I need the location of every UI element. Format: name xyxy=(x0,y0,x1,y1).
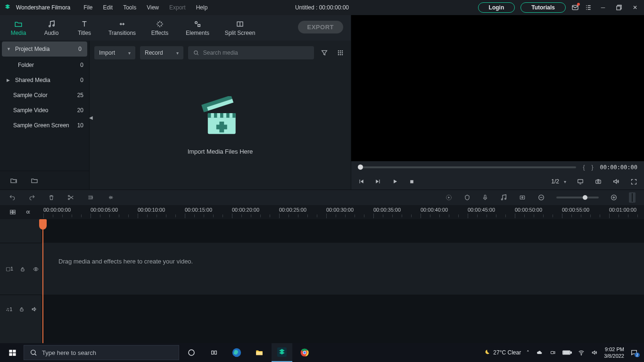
render-preview-icon[interactable] xyxy=(445,194,453,201)
tray-clock[interactable]: 9:02 PM 3/8/2022 xyxy=(604,346,624,359)
step-back-icon[interactable] xyxy=(358,178,364,185)
taskbar-app-edge[interactable] xyxy=(226,343,247,362)
mark-out-icon[interactable]: } xyxy=(592,164,594,171)
window-minimize[interactable]: ─ xyxy=(598,2,608,13)
cortana-icon[interactable] xyxy=(181,343,202,362)
menu-help[interactable]: Help xyxy=(192,2,212,13)
taskbar-app-file-explorer[interactable] xyxy=(249,343,270,362)
playhead-grip[interactable] xyxy=(39,219,47,230)
tutorials-button[interactable]: Tutorials xyxy=(520,2,566,13)
ruler-label: 00:01:00:00 xyxy=(609,207,636,213)
sidebar-item-folder[interactable]: Folder 0 xyxy=(0,58,89,73)
new-folder-icon[interactable] xyxy=(9,177,18,184)
time-ruler[interactable]: 00:00:00:0000:00:05:0000:00:10:0000:00:1… xyxy=(41,205,644,219)
login-button[interactable]: Login xyxy=(478,2,515,13)
playhead[interactable] xyxy=(42,219,43,343)
zoom-out-icon[interactable] xyxy=(537,194,545,201)
tray-chevron-up-icon[interactable]: ˄ xyxy=(527,350,529,356)
fullscreen-icon[interactable] xyxy=(630,178,637,185)
media-dropzone[interactable]: Import Media Files Here xyxy=(90,61,351,189)
ruler-label: 00:00:10:00 xyxy=(138,207,165,213)
preview-panel: { } 00:00:00:00 1/2 ▾ xyxy=(351,15,644,189)
sidebar-item-sample-green-screen[interactable]: Sample Green Screen 10 xyxy=(0,118,89,133)
seek-slider[interactable] xyxy=(358,166,576,168)
record-dropdown[interactable]: Record ▾ xyxy=(140,46,183,59)
audio-waveform-icon[interactable] xyxy=(107,194,115,201)
redo-icon[interactable] xyxy=(28,194,36,201)
track-body[interactable]: Drag media and effects here to create yo… xyxy=(41,219,644,343)
snapshot-icon[interactable] xyxy=(594,178,602,185)
undo-icon[interactable] xyxy=(8,194,16,201)
sidebar-item-project-media[interactable]: ▼ Project Media 0 xyxy=(2,41,87,57)
preview-quality-dropdown[interactable]: 1/2 ▾ xyxy=(551,178,566,185)
tab-split-screen[interactable]: Split Screen xyxy=(219,15,261,41)
menu-tools[interactable]: Tools xyxy=(119,2,140,13)
sidebar-item-shared-media[interactable]: ▶ Shared Media 0 xyxy=(0,73,89,88)
mute-speaker-icon[interactable] xyxy=(31,306,38,313)
sidebar-item-sample-video[interactable]: Sample Video 20 xyxy=(0,103,89,118)
lock-icon[interactable] xyxy=(20,266,25,272)
tab-elements[interactable]: Elements xyxy=(176,15,219,41)
zoom-slider[interactable] xyxy=(556,197,599,198)
export-button[interactable]: EXPORT xyxy=(298,21,343,33)
audio-mixer-icon[interactable] xyxy=(500,194,507,201)
sidebar-item-sample-color[interactable]: Sample Color 25 xyxy=(0,88,89,103)
weather-widget[interactable]: 27°C Clear xyxy=(483,349,521,356)
audio-track-header[interactable]: ♫1 xyxy=(0,295,41,323)
open-folder-icon[interactable] xyxy=(30,177,39,184)
volume-icon[interactable] xyxy=(612,178,620,185)
task-view-icon[interactable] xyxy=(204,343,224,362)
zoom-knob[interactable] xyxy=(583,195,587,200)
tray-volume-icon[interactable] xyxy=(591,349,598,356)
taskbar-app-chrome[interactable] xyxy=(294,343,315,362)
menu-view[interactable]: View xyxy=(143,2,163,13)
seek-knob[interactable] xyxy=(358,165,363,170)
video-track-header[interactable]: ▢1 xyxy=(0,243,41,295)
display-settings-icon[interactable] xyxy=(577,178,584,185)
lock-icon[interactable] xyxy=(19,306,25,313)
collapse-sidebar-icon[interactable]: ◀ xyxy=(89,115,93,120)
zoom-in-icon[interactable] xyxy=(610,194,618,201)
manage-tracks-icon[interactable] xyxy=(9,209,17,215)
step-forward-icon[interactable] xyxy=(375,178,381,185)
tray-onedrive-icon[interactable] xyxy=(535,350,544,355)
ruler-label: 00:00:50:00 xyxy=(515,207,542,213)
tab-titles[interactable]: Titles xyxy=(68,15,101,41)
tab-audio[interactable]: Audio xyxy=(35,15,68,41)
messages-icon[interactable] xyxy=(571,4,579,11)
split-icon[interactable] xyxy=(67,194,74,201)
menu-edit[interactable]: Edit xyxy=(99,2,117,13)
visibility-eye-icon[interactable] xyxy=(32,266,40,272)
tab-media[interactable]: Media xyxy=(2,15,35,41)
tab-transitions[interactable]: Transitions xyxy=(101,15,143,41)
window-close[interactable]: ✕ xyxy=(630,2,640,13)
tray-meet-now-icon[interactable] xyxy=(549,350,557,355)
stop-icon[interactable] xyxy=(409,179,415,185)
import-dropdown[interactable]: Import ▾ xyxy=(94,46,135,59)
play-icon[interactable] xyxy=(392,178,398,185)
tasks-icon[interactable] xyxy=(585,4,592,11)
menu-file[interactable]: File xyxy=(80,2,96,13)
video-track-lane[interactable] xyxy=(41,243,644,295)
tray-wifi-icon[interactable] xyxy=(578,349,585,356)
taskbar-app-filmora[interactable] xyxy=(272,343,292,362)
timeline-view-toggle[interactable] xyxy=(629,192,636,203)
auto-ripple-icon[interactable] xyxy=(25,209,33,215)
grid-view-icon[interactable] xyxy=(335,47,346,58)
delete-icon[interactable] xyxy=(48,194,55,201)
video-preview[interactable] xyxy=(351,15,644,161)
voiceover-mic-icon[interactable] xyxy=(482,194,488,201)
window-maximize[interactable] xyxy=(614,2,624,13)
search-media-input[interactable] xyxy=(203,49,309,56)
tab-effects[interactable]: Effects xyxy=(143,15,176,41)
tray-battery-icon[interactable] xyxy=(562,350,572,355)
taskbar-search-input[interactable] xyxy=(42,349,173,356)
keyframe-icon[interactable] xyxy=(519,194,526,201)
filter-icon[interactable] xyxy=(319,47,330,58)
edit-tools-icon[interactable] xyxy=(87,194,94,201)
marker-icon[interactable] xyxy=(464,194,471,201)
start-button[interactable] xyxy=(3,343,22,362)
tray-notifications-icon[interactable]: 2 xyxy=(630,349,638,356)
mark-in-icon[interactable]: { xyxy=(583,164,585,171)
taskbar-search[interactable] xyxy=(24,345,179,360)
